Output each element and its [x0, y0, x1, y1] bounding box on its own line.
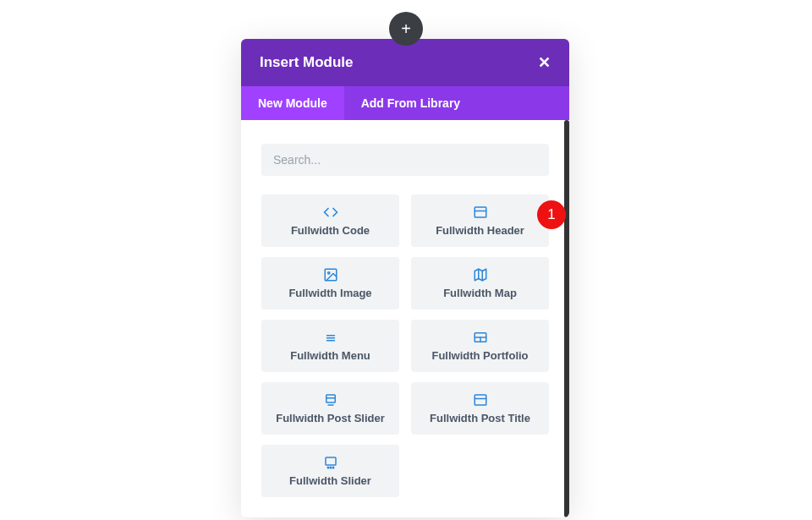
tab-new-module[interactable]: New Module [241, 86, 344, 120]
close-button[interactable]: ✕ [538, 55, 551, 70]
module-label: Fullwidth Post Title [430, 412, 530, 424]
module-label: Fullwidth Header [436, 224, 524, 237]
svg-marker-4 [475, 269, 486, 281]
slider-icon [323, 455, 338, 470]
tab-add-from-library[interactable]: Add From Library [344, 86, 477, 120]
insert-module-modal: Insert Module ✕ New Module Add From Libr… [241, 39, 569, 517]
modal-header: Insert Module ✕ [241, 39, 569, 86]
svg-point-3 [327, 272, 329, 274]
callout-badge: 1 [537, 200, 566, 229]
map-icon [473, 267, 488, 282]
modal-body: Fullwidth CodeFullwidth Header1Fullwidth… [241, 120, 569, 517]
module-card-fullwidth-post-title[interactable]: Fullwidth Post Title [411, 382, 549, 435]
module-label: Fullwidth Slider [289, 474, 371, 487]
module-label: Fullwidth Post Slider [276, 412, 385, 424]
svg-rect-16 [475, 395, 486, 405]
svg-rect-18 [326, 457, 336, 465]
code-icon [323, 205, 338, 220]
module-card-fullwidth-menu[interactable]: Fullwidth Menu [261, 320, 399, 372]
module-card-fullwidth-image[interactable]: Fullwidth Image [261, 257, 399, 309]
header-icon [473, 205, 488, 220]
menu-icon [323, 330, 338, 345]
post-title-icon [473, 392, 488, 408]
module-card-fullwidth-portfolio[interactable]: Fullwidth Portfolio [411, 320, 549, 372]
plus-icon: + [401, 19, 411, 39]
module-label: Fullwidth Map [443, 287, 517, 299]
module-label: Fullwidth Portfolio [431, 349, 528, 362]
post-slider-icon [323, 392, 338, 408]
module-label: Fullwidth Menu [290, 349, 370, 362]
svg-rect-0 [475, 207, 486, 217]
module-grid: Fullwidth CodeFullwidth Header1Fullwidth… [261, 194, 549, 497]
module-label: Fullwidth Code [291, 224, 370, 237]
module-card-fullwidth-slider[interactable]: Fullwidth Slider [261, 445, 399, 497]
image-icon [323, 267, 338, 282]
svg-point-20 [330, 467, 332, 468]
module-card-fullwidth-map[interactable]: Fullwidth Map [411, 257, 549, 309]
search-input[interactable] [261, 144, 549, 176]
svg-point-21 [332, 467, 334, 468]
svg-point-19 [327, 467, 329, 468]
module-card-fullwidth-post-slider[interactable]: Fullwidth Post Slider [261, 382, 399, 435]
module-label: Fullwidth Image [288, 287, 371, 299]
modal-title: Insert Module [260, 54, 354, 71]
modal-tabs: New Module Add From Library [241, 86, 569, 120]
scrollbar[interactable] [564, 120, 569, 517]
portfolio-icon [473, 330, 488, 345]
module-card-fullwidth-code[interactable]: Fullwidth Code [261, 194, 399, 247]
module-card-fullwidth-header[interactable]: Fullwidth Header1 [411, 194, 549, 247]
add-section-button[interactable]: + [389, 12, 423, 46]
